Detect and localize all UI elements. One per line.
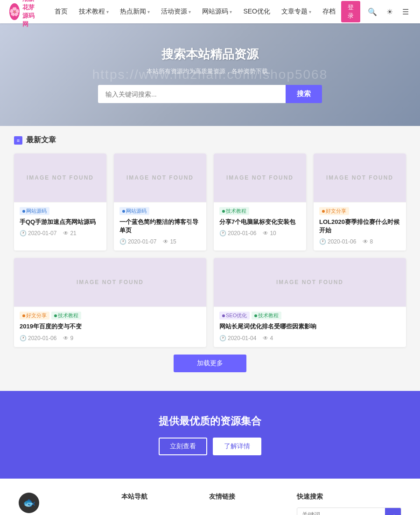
chevron-down-icon: ▾ <box>147 9 150 14</box>
nav-item-activity[interactable]: 活动资源▾ <box>155 0 196 23</box>
promo-browse-button[interactable]: 立刻查看 <box>159 438 207 455</box>
card-6[interactable]: IMAGE NOT FOUND SEO优化 技术教程 网站长尾词优化排名受哪些因… <box>214 258 406 347</box>
tag-dot <box>22 314 25 317</box>
card-1-tags: 网站源码 <box>20 207 101 215</box>
search-bar: 搜索 <box>98 85 322 103</box>
card-6-views: 👁 4 <box>263 335 273 341</box>
cards-row-1: IMAGE NOT FOUND 网站源码 手QQ手游加速点亮网站源码 🕐 202… <box>14 153 406 251</box>
card-2-date: 🕐 2020-01-07 <box>119 238 156 245</box>
chevron-down-icon: ▾ <box>309 9 311 14</box>
load-more-wrap: 加载更多 <box>14 355 406 372</box>
card-4-title: LOL2020赛季排位赛什么时候开始 <box>319 218 400 235</box>
footer-friends-title: 友情链接 <box>209 493 287 501</box>
card-4-views: 👁 8 <box>363 238 373 245</box>
card-2-tags: 网站源码 <box>119 207 201 215</box>
quick-search-button[interactable]: → <box>385 508 401 515</box>
section-icon: ≡ <box>14 136 22 145</box>
card-2[interactable]: IMAGE NOT FOUND 网站源码 一个蓝色简约整洁的博客引导单页 🕐 2… <box>114 153 206 251</box>
nav-item-source[interactable]: 网站源码▾ <box>196 0 238 23</box>
card-3-views: 👁 10 <box>263 230 276 237</box>
tag-dot <box>222 314 225 317</box>
card-2-views: 👁 15 <box>163 238 176 245</box>
card-6-thumbnail: IMAGE NOT FOUND <box>214 258 406 307</box>
chevron-down-icon: ▾ <box>189 9 191 14</box>
promo-buttons: 立刻查看 了解详情 <box>159 438 261 455</box>
nav-right: 登录 🔍 ☀ ☰ <box>341 1 411 22</box>
tag-tutorial-3: 技术教程 <box>252 312 281 320</box>
card-3-thumbnail: IMAGE NOT FOUND <box>214 153 306 202</box>
login-button[interactable]: 登录 <box>341 1 360 22</box>
logo[interactable]: 🌸 潮新花芽源码网 <box>9 0 40 28</box>
section-title: 最新文章 <box>26 135 56 145</box>
footer: 🐟 /付费下载/登录/会员管理/自定义积分，免费支付，卡密，推广奖励等。 本站导… <box>0 479 420 515</box>
footer-nav-title: 本站导航 <box>121 493 200 501</box>
promo-detail-button[interactable]: 了解详情 <box>213 438 261 455</box>
nav-item-news[interactable]: 热点新闻▾ <box>114 0 155 23</box>
tag-share-2: 好文分享 <box>20 312 49 320</box>
card-4-body: 好文分享 LOL2020赛季排位赛什么时候开始 🕐 2020-01-06 👁 8 <box>314 202 406 251</box>
tag-dot <box>54 314 57 317</box>
card-1-body: 网站源码 手QQ手游加速点亮网站源码 🕐 2020-01-07 👁 21 <box>14 202 106 242</box>
card-5-date: 🕐 2020-01-06 <box>20 335 56 341</box>
nav-item-tutorial[interactable]: 技术教程▾ <box>73 0 114 23</box>
search-input[interactable] <box>98 85 286 103</box>
tag-site-source: 网站源码 <box>20 207 49 215</box>
nav-item-topics[interactable]: 文章专题▾ <box>276 0 317 23</box>
card-6-meta: 🕐 2020-01-04 👁 4 <box>219 335 400 341</box>
card-4-date: 🕐 2020-01-06 <box>319 238 356 245</box>
nav-item-home[interactable]: 首页 <box>49 0 73 23</box>
card-3-body: 技术教程 分享7个电脑鼠标变化安装包 🕐 2020-01-06 👁 10 <box>214 202 306 242</box>
tag-site-source-2: 网站源码 <box>119 207 149 215</box>
load-more-button[interactable]: 加载更多 <box>174 355 246 372</box>
navbar: 🌸 潮新花芽源码网 首页 技术教程▾ 热点新闻▾ 活动资源▾ 网站源码▾ SEO… <box>0 0 420 23</box>
card-2-meta: 🕐 2020-01-07 👁 15 <box>119 238 201 245</box>
card-5-body: 好文分享 技术教程 2019年百度的变与不变 🕐 2020-01-06 👁 9 <box>14 307 206 347</box>
footer-friends-col: 友情链接 <box>209 493 287 515</box>
footer-search-col: 快速搜索 → 本站由 <box>297 493 401 515</box>
footer-logo-icon: 🐟 <box>19 493 39 513</box>
footer-logo-area: 🐟 /付费下载/登录/会员管理/自定义积分，免费支付，卡密，推广奖励等。 <box>19 493 112 515</box>
card-4-tags: 好文分享 <box>319 207 400 215</box>
chevron-down-icon: ▾ <box>230 9 232 14</box>
card-3-title: 分享7个电脑鼠标变化安装包 <box>219 218 301 226</box>
card-2-body: 网站源码 一个蓝色简约整洁的博客引导单页 🕐 2020-01-07 👁 15 <box>114 202 206 251</box>
tag-dot <box>222 210 225 213</box>
nav-item-seo[interactable]: SEO优化 <box>238 0 276 23</box>
logo-icon: 🌸 <box>9 3 20 20</box>
nav-item-archive[interactable]: 存档 <box>317 0 341 23</box>
menu-icon-button[interactable]: ☰ <box>400 6 411 18</box>
tag-seo: SEO优化 <box>219 312 250 320</box>
footer-nav-col: 本站导航 <box>121 493 200 515</box>
footer-search-title: 快速搜索 <box>297 493 401 501</box>
card-3-meta: 🕐 2020-01-06 👁 10 <box>219 230 301 237</box>
tag-dot <box>122 210 125 213</box>
promo-section: 提供最优质的资源集合 立刻查看 了解详情 <box>0 391 420 479</box>
search-icon-button[interactable]: 🔍 <box>366 6 379 18</box>
card-5-thumbnail: IMAGE NOT FOUND <box>14 258 206 307</box>
card-1[interactable]: IMAGE NOT FOUND 网站源码 手QQ手游加速点亮网站源码 🕐 202… <box>14 153 106 251</box>
theme-icon-button[interactable]: ☀ <box>385 6 395 18</box>
hero-section: https://www.huzhan.com/ishop5068 搜索本站精品资… <box>0 23 420 126</box>
card-4[interactable]: IMAGE NOT FOUND 好文分享 LOL2020赛季排位赛什么时候开始 … <box>314 153 406 251</box>
promo-title: 提供最优质的资源集合 <box>159 414 261 428</box>
card-5[interactable]: IMAGE NOT FOUND 好文分享 技术教程 2019年百度的变与不变 🕐… <box>14 258 206 347</box>
quick-search-wrap: → <box>297 508 401 515</box>
card-1-date: 🕐 2020-01-07 <box>20 230 56 237</box>
logo-text: 潮新花芽源码网 <box>22 0 40 28</box>
tag-dot <box>322 210 325 213</box>
card-3[interactable]: IMAGE NOT FOUND 技术教程 分享7个电脑鼠标变化安装包 🕐 202… <box>214 153 306 251</box>
tag-tutorial-2: 技术教程 <box>51 312 81 320</box>
card-3-tags: 技术教程 <box>219 207 301 215</box>
card-1-title: 手QQ手游加速点亮网站源码 <box>20 218 101 226</box>
nav-menu: 首页 技术教程▾ 热点新闻▾ 活动资源▾ 网站源码▾ SEO优化 文章专题▾ 存… <box>49 0 341 23</box>
card-5-title: 2019年百度的变与不变 <box>20 322 201 331</box>
section-header: ≡ 最新文章 <box>14 135 406 145</box>
card-1-meta: 🕐 2020-01-07 👁 21 <box>20 230 101 237</box>
card-5-meta: 🕐 2020-01-06 👁 9 <box>20 335 201 341</box>
card-2-title: 一个蓝色简约整洁的博客引导单页 <box>119 218 201 235</box>
main-section: ≡ 最新文章 IMAGE NOT FOUND 网站源码 手QQ手游加速点亮网站源… <box>0 126 420 391</box>
card-6-title: 网站长尾词优化排名受哪些因素影响 <box>219 322 400 331</box>
card-4-thumbnail: IMAGE NOT FOUND <box>314 153 406 202</box>
quick-search-input[interactable] <box>297 508 385 515</box>
search-button[interactable]: 搜索 <box>286 85 322 103</box>
